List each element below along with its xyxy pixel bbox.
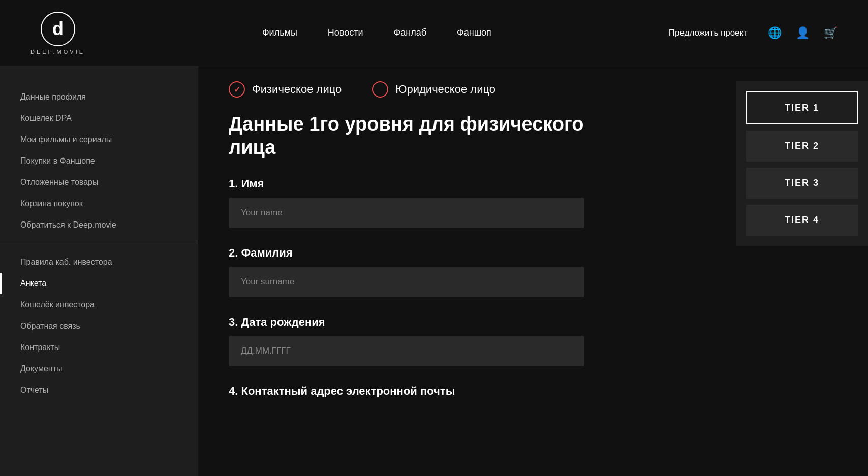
main-container: Данные профиля Кошелек DPA Мои фильмы и … bbox=[0, 66, 868, 476]
entity-option-legal[interactable]: Юридическое лицо bbox=[372, 81, 495, 98]
sidebar-item-contracts[interactable]: Контракты bbox=[0, 337, 198, 358]
tier3-button[interactable]: TIER 3 bbox=[746, 168, 858, 199]
form-section-name: 1. Имя bbox=[229, 177, 705, 228]
radio-individual[interactable] bbox=[229, 81, 245, 98]
sidebar-item-reports[interactable]: Отчеты bbox=[0, 379, 198, 401]
content-area: Физическое лицо Юридическое лицо Данные … bbox=[198, 66, 736, 476]
sidebar-item-feedback[interactable]: Обратная связь bbox=[0, 315, 198, 337]
field-label-surname: 2. Фамилия bbox=[229, 246, 705, 260]
tier-sidebar: TIER 1 TIER 2 TIER 3 TIER 4 bbox=[736, 81, 868, 246]
sidebar-item-questionnaire[interactable]: Анкета bbox=[0, 273, 198, 294]
sidebar-item-contact[interactable]: Обратиться к Deep.movie bbox=[0, 214, 198, 236]
user-icon[interactable]: 👤 bbox=[796, 26, 810, 40]
sidebar-top-section: Данные профиля Кошелек DPA Мои фильмы и … bbox=[0, 76, 198, 241]
field-label-birthdate: 3. Дата рождения bbox=[229, 315, 705, 329]
nav-news[interactable]: Новости bbox=[328, 27, 363, 38]
sidebar-item-fanshop-purchases[interactable]: Покупки в Фаншопе bbox=[0, 150, 198, 172]
logo[interactable]: d DEEP.MOVIE bbox=[30, 11, 85, 55]
header-icons: 🌐 👤 🛒 bbox=[768, 26, 838, 40]
sidebar: Данные профиля Кошелек DPA Мои фильмы и … bbox=[0, 66, 198, 476]
entity-individual-label: Физическое лицо bbox=[252, 83, 342, 96]
logo-text: DEEP.MOVIE bbox=[30, 49, 85, 55]
tier2-button[interactable]: TIER 2 bbox=[746, 131, 858, 162]
page-title: Данные 1го уровня для физического лица bbox=[229, 113, 584, 159]
sidebar-item-wallet-dpa[interactable]: Кошелек DPA bbox=[0, 108, 198, 129]
header-right: Предложить проект 🌐 👤 🛒 bbox=[669, 26, 838, 40]
field-label-email: 4. Контактный адрес электронной почты bbox=[229, 385, 705, 398]
surname-input[interactable] bbox=[229, 267, 584, 297]
form-section-surname: 2. Фамилия bbox=[229, 246, 705, 297]
sidebar-item-cart[interactable]: Корзина покупок bbox=[0, 193, 198, 214]
nav-fanlab[interactable]: Фанлаб bbox=[394, 27, 426, 38]
name-input[interactable] bbox=[229, 198, 584, 228]
entity-selector: Физическое лицо Юридическое лицо bbox=[229, 81, 705, 98]
nav-films[interactable]: Фильмы bbox=[262, 27, 297, 38]
sidebar-item-investor-wallet[interactable]: Кошелёк инвестора bbox=[0, 294, 198, 315]
field-label-name: 1. Имя bbox=[229, 177, 705, 191]
sidebar-item-documents[interactable]: Документы bbox=[0, 358, 198, 379]
propose-project-button[interactable]: Предложить проект bbox=[669, 28, 748, 38]
sidebar-item-profile-data[interactable]: Данные профиля bbox=[0, 86, 198, 108]
sidebar-item-investor-rules[interactable]: Правила каб. инвестора bbox=[0, 251, 198, 273]
form-section-birthdate: 3. Дата рождения bbox=[229, 315, 705, 366]
birthdate-input[interactable] bbox=[229, 336, 584, 366]
globe-icon[interactable]: 🌐 bbox=[768, 26, 782, 40]
svg-text:d: d bbox=[52, 18, 64, 39]
sidebar-item-saved-items[interactable]: Отложенные товары bbox=[0, 172, 198, 193]
main-nav: Фильмы Новости Фанлаб Фаншоп bbox=[262, 27, 491, 38]
nav-fanshop[interactable]: Фаншоп bbox=[457, 27, 491, 38]
tier1-button[interactable]: TIER 1 bbox=[746, 91, 858, 124]
sidebar-bottom-section: Правила каб. инвестора Анкета Кошелёк ин… bbox=[0, 241, 198, 406]
form-section-email: 4. Контактный адрес электронной почты bbox=[229, 385, 705, 398]
entity-option-individual[interactable]: Физическое лицо bbox=[229, 81, 342, 98]
radio-legal[interactable] bbox=[372, 81, 388, 98]
tier4-button[interactable]: TIER 4 bbox=[746, 205, 858, 236]
cart-icon[interactable]: 🛒 bbox=[824, 26, 838, 40]
sidebar-item-my-films[interactable]: Мои фильмы и сериалы bbox=[0, 129, 198, 150]
entity-legal-label: Юридическое лицо bbox=[395, 83, 495, 96]
